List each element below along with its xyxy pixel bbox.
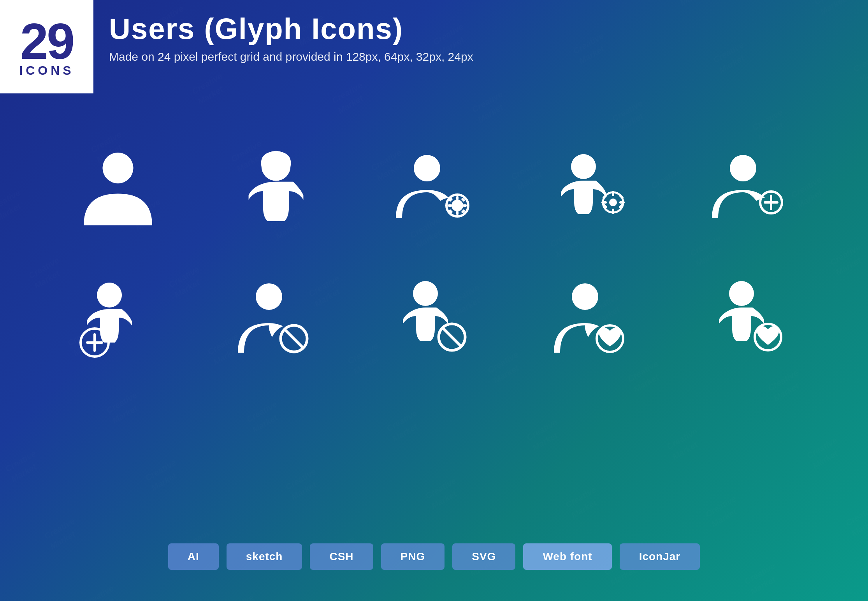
icon-count-number: 29 [20,16,74,67]
female-user-heart-svg [707,276,793,362]
svg-point-19 [609,199,617,206]
svg-point-36 [256,283,282,310]
svg-rect-25 [618,194,624,199]
female-user-block-icon [372,265,496,374]
svg-rect-21 [612,209,614,214]
header-section: Users (Glyph Icons) Made on 24 pixel per… [109,12,473,63]
svg-point-3 [102,153,133,183]
male-user-add-svg [707,144,793,230]
page-title: Users (Glyph Icons) [109,12,473,46]
svg-rect-31 [764,201,778,204]
female-user-add-svg [75,276,161,362]
svg-rect-22 [601,201,607,204]
male-user-settings-icon [372,132,496,241]
page-subtitle: Made on 24 pixel perfect grid and provid… [109,50,473,63]
svg-rect-9 [456,196,459,200]
svg-point-28 [730,155,756,181]
iconjar-badge[interactable]: IconJar [620,543,700,570]
male-user-block-svg [233,276,319,362]
icon-count-box: 29 ICONS [0,0,93,93]
male-user-svg [75,144,161,230]
svg-line-41 [443,328,461,346]
female-user-block-svg [391,276,477,362]
svg-rect-20 [612,191,614,196]
svg-rect-10 [456,211,459,215]
sketch-badge[interactable]: sketch [227,543,302,570]
svg-point-8 [453,202,461,209]
male-user-icon [56,132,180,241]
female-user-settings-svg [549,144,635,230]
male-user-block-icon [214,265,338,374]
svg-point-42 [572,283,598,310]
icons-grid [0,109,868,374]
svg-line-38 [285,329,303,348]
icons-row-1 [39,132,829,241]
svg-rect-35 [86,341,103,344]
png-badge[interactable]: PNG [381,543,445,570]
csh-badge[interactable]: CSH [310,543,373,570]
female-user-svg [233,144,319,230]
icons-row-2 [39,265,829,374]
format-badges-container: AI sketch CSH PNG SVG Web font IconJar [0,543,868,570]
female-user-icon [214,132,338,241]
male-user-heart-icon [530,265,654,374]
female-user-heart-icon [688,265,812,374]
svg-badge[interactable]: SVG [452,543,515,570]
svg-rect-12 [463,204,467,207]
webfont-badge[interactable]: Web font [523,543,611,570]
male-user-heart-svg [549,276,635,362]
male-user-add-icon [688,132,812,241]
female-user-add-icon [56,265,180,374]
female-user-settings-icon [530,132,654,241]
svg-rect-11 [448,204,452,207]
male-user-settings-svg [391,144,477,230]
ai-badge[interactable]: AI [168,543,219,570]
svg-rect-23 [619,201,625,204]
icon-count-label: ICONS [19,63,74,78]
svg-point-5 [414,155,440,181]
